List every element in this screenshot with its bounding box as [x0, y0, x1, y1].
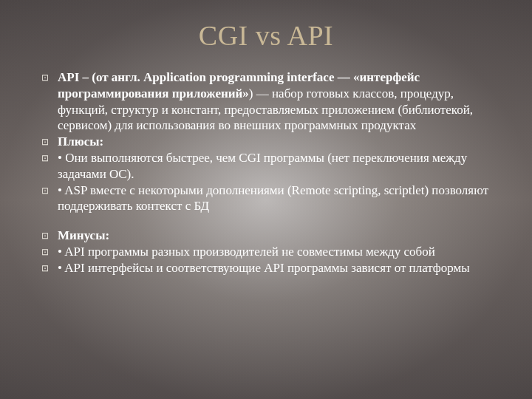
- list-item: ⊡ • API интерфейсы и соответствующие API…: [41, 260, 491, 276]
- bullet-icon: ⊡: [41, 69, 58, 86]
- list-item: ⊡ • API программы разных производителей …: [41, 244, 491, 260]
- bullet-icon: ⊡: [41, 183, 58, 199]
- bullet-icon: ⊡: [41, 134, 58, 150]
- slide: CGI vs API ⊡ API – (от англ. Application…: [0, 0, 532, 399]
- list-item: ⊡ Плюсы:: [41, 134, 491, 150]
- bullet-icon: ⊡: [41, 228, 58, 244]
- list-text: Плюсы:: [58, 134, 491, 150]
- bullet-icon: ⊡: [41, 260, 58, 276]
- bullet-group-1: ⊡ API – (от англ. Application programmin…: [41, 69, 491, 214]
- bullet-group-2: ⊡ Минусы: ⊡ • API программы разных произ…: [41, 228, 491, 276]
- list-text: • API интерфейсы и соответствующие API п…: [58, 260, 491, 276]
- list-item: ⊡ • Они выполняются быстрее, чем CGI про…: [41, 150, 491, 183]
- list-text: • Они выполняются быстрее, чем CGI прогр…: [58, 150, 491, 183]
- list-item: ⊡ API – (от англ. Application programmin…: [41, 69, 491, 134]
- bullet-icon: ⊡: [41, 244, 58, 260]
- list-text: • ASP вместе с некоторыми дополнениями (…: [58, 183, 491, 215]
- list-item: ⊡ Минусы:: [41, 228, 491, 244]
- slide-title: CGI vs API: [41, 19, 491, 52]
- bullet-icon: ⊡: [41, 150, 58, 166]
- list-item: ⊡ • ASP вместе с некоторыми дополнениями…: [41, 183, 491, 215]
- list-text: Минусы:: [58, 228, 491, 244]
- list-text: • API программы разных производителей не…: [58, 244, 491, 260]
- list-text: API – (от англ. Application programming …: [58, 69, 491, 134]
